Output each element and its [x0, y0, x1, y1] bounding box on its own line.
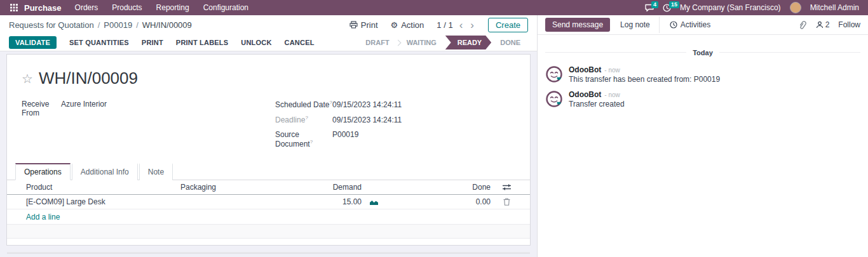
col-done[interactable]: Done [387, 183, 491, 192]
apps-menu-button[interactable] [5, 4, 23, 11]
app-name[interactable]: Purchase [23, 3, 68, 13]
activities-count-badge: 15 [669, 1, 679, 8]
breadcrumb-current: WH/IN/00009 [142, 20, 192, 30]
tab-operations[interactable]: Operations [15, 163, 71, 180]
follower-person-icon [816, 21, 824, 29]
followers-count: 2 [825, 20, 830, 29]
source-document-label: Source Document? [275, 130, 332, 148]
cancel-button[interactable]: CANCEL [285, 39, 315, 46]
top-navbar: Purchase Orders Products Reporting Confi… [0, 0, 868, 15]
log-note-button[interactable]: Log note [620, 20, 659, 29]
messages-systray-button[interactable]: 4 [645, 4, 654, 12]
receive-from-value[interactable]: Azure Interior [61, 100, 107, 109]
record-title: WH/IN/00009 [39, 69, 138, 88]
table-header-row: Product Packaging Demand Done [7, 180, 530, 195]
forecast-chart-icon[interactable] [362, 199, 387, 206]
attachment-paperclip-icon[interactable] [798, 20, 807, 30]
chatter-toolbar: Send message Log note Activities [538, 15, 868, 35]
action-menu-button[interactable]: ⚙ Action [391, 20, 424, 30]
activities-label: Activities [681, 20, 710, 29]
add-line-link[interactable]: Add a line [26, 213, 60, 221]
date-divider: Today [545, 46, 860, 58]
delete-row-trash-icon[interactable] [491, 198, 522, 206]
print-labels-button[interactable]: PRINT LABELS [176, 39, 228, 46]
tab-note[interactable]: Note [139, 163, 173, 180]
scheduled-date-value[interactable]: 09/15/2023 14:24:11 [332, 100, 402, 109]
add-line-row: Add a line [7, 209, 530, 225]
status-button-bar: VALIDATE SET QUANTITIES PRINT PRINT LABE… [0, 34, 537, 51]
breadcrumb: Requests for Quotation P00019 WH/IN/0000… [9, 20, 192, 30]
list-end-divider [7, 253, 530, 254]
chatter-message: OdooBot now Transfer created [545, 90, 860, 109]
pager-next-icon[interactable]: › [469, 20, 475, 30]
state-waiting[interactable]: WAITING [399, 39, 444, 46]
empty-row [7, 239, 530, 253]
cell-demand[interactable]: 15.00 [301, 197, 362, 206]
chatter-panel: Send message Log note Activities [537, 15, 868, 257]
col-product[interactable]: Product [26, 183, 180, 192]
followers-button[interactable]: 2 [816, 20, 830, 29]
receive-from-label: Receive From [22, 100, 61, 117]
scheduled-date-label: Scheduled Date? [275, 100, 332, 109]
company-switcher[interactable]: My Company (San Francisco) [680, 3, 781, 12]
printer-icon [349, 21, 358, 29]
favorite-star-icon[interactable]: ☆ [22, 72, 33, 85]
notebook-tabs: Operations Additional Info Note [7, 163, 530, 180]
user-menu[interactable]: Mitchell Admin [810, 3, 859, 12]
state-ready[interactable]: READY [445, 36, 492, 49]
source-document-value[interactable]: P00019 [332, 130, 358, 139]
set-quantities-button[interactable]: SET QUANTITIES [69, 39, 129, 46]
activity-clock-icon [670, 21, 677, 29]
pager-value: 1 / 1 [437, 20, 452, 30]
cell-done[interactable]: 0.00 [387, 197, 491, 206]
breadcrumb-p00019[interactable]: P00019 [104, 20, 142, 30]
message-author[interactable]: OdooBot [569, 90, 601, 99]
deadline-label: Deadline? [275, 115, 332, 124]
message-body: Transfer created [569, 100, 625, 109]
message-author[interactable]: OdooBot [569, 65, 601, 74]
deadline-value[interactable]: 09/15/2023 14:24:11 [332, 115, 402, 124]
gear-icon: ⚙ [391, 20, 398, 30]
date-divider-label: Today [686, 49, 719, 56]
cell-product[interactable]: [E-COM09] Large Desk [26, 197, 180, 206]
send-message-button[interactable]: Send message [545, 18, 610, 32]
nav-menu-products[interactable]: Products [105, 0, 149, 15]
status-pipeline: DRAFT WAITING READY DONE [358, 36, 528, 49]
table-row[interactable]: [E-COM09] Large Desk 15.00 0.00 [7, 195, 530, 209]
col-demand[interactable]: Demand [301, 183, 362, 192]
activities-button[interactable]: Activities [659, 16, 721, 33]
odoobot-avatar [545, 65, 563, 83]
col-packaging[interactable]: Packaging [180, 183, 301, 192]
print-menu-button[interactable]: Print [349, 20, 378, 30]
chatter-message: OdooBot now This transfer has been creat… [545, 65, 860, 84]
action-label: Action [401, 20, 424, 30]
print-button[interactable]: PRINT [142, 39, 163, 46]
message-body: This transfer has been created from: P00… [569, 75, 720, 84]
nav-menu-configuration[interactable]: Configuration [196, 0, 255, 15]
nav-menu-orders[interactable]: Orders [68, 0, 105, 15]
state-done[interactable]: DONE [492, 39, 528, 46]
operations-table: Product Packaging Demand Done [7, 180, 530, 254]
message-time: now [604, 91, 620, 98]
message-time: now [604, 67, 620, 74]
print-label: Print [361, 20, 378, 30]
optional-columns-icon[interactable] [491, 183, 522, 191]
activities-systray-button[interactable]: 15 [663, 4, 671, 12]
unlock-button[interactable]: UNLOCK [241, 39, 271, 46]
tab-additional-info[interactable]: Additional Info [72, 163, 138, 180]
message-thread: Today OdooBot now [538, 35, 868, 121]
validate-button[interactable]: VALIDATE [9, 36, 57, 49]
breadcrumb-rfq[interactable]: Requests for Quotation [9, 20, 104, 30]
follow-button[interactable]: Follow [838, 20, 860, 29]
control-panel: Requests for Quotation P00019 WH/IN/0000… [0, 15, 537, 34]
create-button[interactable]: Create [488, 18, 528, 32]
odoobot-avatar [545, 90, 563, 108]
state-draft[interactable]: DRAFT [358, 39, 397, 46]
pager-previous-icon[interactable]: ‹ [458, 20, 465, 30]
user-avatar [790, 2, 801, 13]
form-sheet: ☆ WH/IN/00009 Receive From Azure Interio… [6, 54, 531, 246]
nav-menu-reporting[interactable]: Reporting [149, 0, 196, 15]
messages-count-badge: 4 [651, 1, 658, 8]
form-view-panel: Requests for Quotation P00019 WH/IN/0000… [0, 15, 537, 257]
apps-grid-icon [10, 4, 18, 11]
